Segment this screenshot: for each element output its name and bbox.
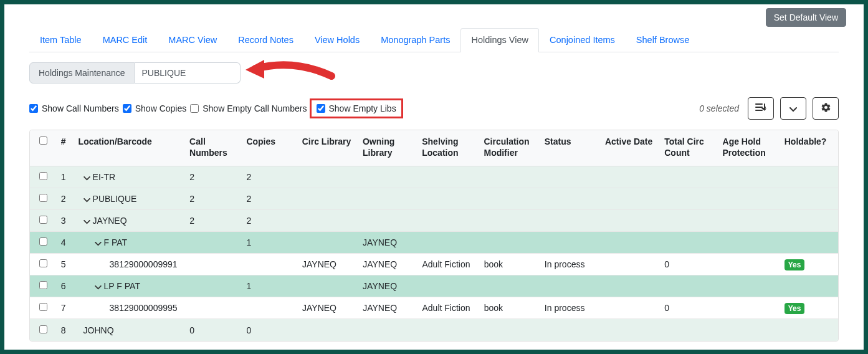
circ-modifier-cell (480, 281, 541, 291)
chevron-down-icon[interactable] (83, 173, 90, 183)
table-row[interactable]: 538129000009991JAYNEQJAYNEQAdult Fiction… (30, 254, 838, 275)
select-all-checkbox[interactable] (39, 136, 47, 145)
chevron-down-icon[interactable] (83, 216, 90, 226)
holdable-cell (781, 216, 838, 226)
table-row[interactable]: 738129000009995JAYNEQJAYNEQAdult Fiction… (30, 297, 838, 319)
chevron-down-icon[interactable] (95, 238, 102, 248)
age-hold-cell (719, 237, 781, 247)
total-circ-cell (661, 237, 718, 247)
copies-cell (243, 303, 298, 313)
location-barcode-text: F PAT (104, 237, 128, 247)
tab-record-notes[interactable]: Record Notes (227, 28, 304, 52)
show-empty-call-numbers-checkbox[interactable]: Show Empty Call Numbers (190, 103, 307, 113)
column-header-active-date[interactable]: Active Date (601, 130, 661, 166)
total-circ-cell (661, 325, 718, 335)
active-date-cell (601, 259, 661, 269)
shelving-location-cell (418, 172, 480, 182)
age-hold-cell (718, 194, 780, 204)
chevron-down-icon[interactable] (95, 282, 102, 292)
settings-button[interactable] (813, 97, 839, 120)
total-circ-cell (661, 194, 718, 204)
circ-modifier-cell (480, 172, 540, 182)
owning-library-cell (359, 194, 418, 204)
row-checkbox[interactable] (39, 303, 47, 311)
dropdown-actions-button[interactable] (780, 97, 806, 120)
shelving-location-cell (418, 237, 480, 247)
column-header-circ-modifier[interactable]: Circulation Modifier (480, 130, 540, 166)
show-empty-libs-label: Show Empty Libs (329, 103, 396, 113)
record-tabs: Item TableMARC EditMARC ViewRecord Notes… (29, 28, 839, 52)
column-header-holdable[interactable]: Holdable? (781, 130, 838, 166)
column-header-call-numbers[interactable]: Call Numbers (186, 130, 242, 166)
show-empty-libs-checkbox[interactable]: Show Empty Libs (317, 103, 396, 113)
column-header-num[interactable]: # (57, 130, 75, 166)
location-barcode-cell: PUBLIQUE (75, 189, 186, 209)
tab-monograph-parts[interactable]: Monograph Parts (370, 28, 460, 52)
row-checkbox[interactable] (39, 259, 47, 267)
call-numbers-cell (186, 303, 242, 313)
table-row[interactable]: 2PUBLIQUE22 (30, 188, 838, 210)
circ-library-cell (298, 325, 359, 335)
call-numbers-cell: 2 (186, 189, 242, 209)
tab-item-table[interactable]: Item Table (29, 28, 92, 52)
call-numbers-cell: 2 (186, 167, 242, 187)
tab-holdings-view[interactable]: Holdings View (460, 28, 539, 52)
holdable-cell (781, 237, 838, 247)
row-checkbox[interactable] (39, 216, 47, 224)
tab-conjoined-items[interactable]: Conjoined Items (539, 28, 626, 52)
chevron-down-icon[interactable] (83, 194, 90, 204)
row-checkbox[interactable] (39, 325, 47, 333)
call-numbers-cell: 2 (186, 211, 242, 231)
location-barcode-text: JAYNEQ (93, 216, 127, 226)
holdings-search-input[interactable] (135, 62, 241, 84)
row-checkbox[interactable] (39, 194, 47, 202)
shelving-location-cell (418, 194, 480, 204)
circ-modifier-cell (480, 216, 540, 226)
active-date-cell (601, 281, 661, 291)
circ-library-cell: JAYNEQ (298, 298, 359, 318)
location-barcode-cell: 38129000009995 (75, 298, 186, 318)
chevron-down-icon (789, 103, 797, 114)
copies-cell: 1 (243, 276, 298, 296)
tab-view-holds[interactable]: View Holds (304, 28, 370, 52)
column-header-circ-library[interactable]: Circ Library (298, 130, 359, 166)
show-call-numbers-checkbox[interactable]: Show Call Numbers (29, 103, 119, 113)
holdings-maintenance-button[interactable]: Holdings Maintenance (29, 62, 135, 84)
tab-marc-edit[interactable]: MARC Edit (92, 28, 158, 52)
show-copies-label: Show Copies (135, 103, 187, 113)
column-header-location[interactable]: Location/Barcode (75, 130, 186, 166)
table-row[interactable]: 4F PAT1JAYNEQ (30, 232, 838, 254)
holdable-cell (781, 172, 838, 182)
table-row[interactable]: 6LP F PAT1JAYNEQ (30, 275, 838, 297)
age-hold-cell (719, 281, 781, 291)
column-header-owning-library[interactable]: Owning Library (359, 130, 418, 166)
column-header-copies[interactable]: Copies (242, 130, 298, 166)
location-barcode-cell: JAYNEQ (75, 211, 186, 231)
total-circ-cell (661, 281, 718, 291)
age-hold-cell (718, 172, 780, 182)
column-header-total-circ[interactable]: Total Circ Count (661, 130, 718, 166)
table-row[interactable]: 8JOHNQ00 (30, 319, 838, 341)
row-index: 1 (57, 167, 75, 187)
active-date-cell (601, 237, 661, 247)
row-checkbox[interactable] (39, 281, 47, 289)
circ-library-cell (298, 194, 359, 204)
copies-cell: 2 (242, 167, 298, 187)
tab-shelf-browse[interactable]: Shelf Browse (626, 28, 700, 52)
column-header-shelving-location[interactable]: Shelving Location (418, 130, 480, 166)
column-header-status[interactable]: Status (541, 130, 601, 166)
column-header-age-hold[interactable]: Age Hold Protection (719, 130, 781, 166)
active-date-cell (601, 216, 661, 226)
row-checkbox[interactable] (39, 172, 47, 180)
location-barcode-cell: F PAT (75, 232, 186, 252)
table-row[interactable]: 3JAYNEQ22 (30, 210, 838, 232)
sort-options-button[interactable] (748, 97, 774, 120)
row-checkbox[interactable] (39, 237, 47, 246)
total-circ-cell: 0 (661, 254, 718, 274)
tab-marc-view[interactable]: MARC View (158, 28, 227, 52)
show-empty-call-numbers-label: Show Empty Call Numbers (203, 103, 307, 113)
table-row[interactable]: 1EI-TR22 (30, 166, 838, 188)
status-cell: In process (541, 254, 601, 274)
show-copies-checkbox[interactable]: Show Copies (123, 103, 187, 113)
status-cell (541, 172, 601, 182)
